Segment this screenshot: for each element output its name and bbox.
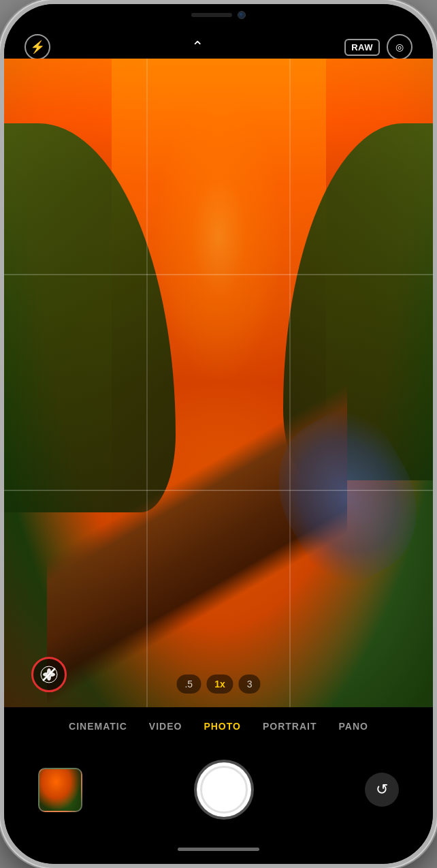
mode-cinematic[interactable]: CINEMATIC xyxy=(58,715,138,737)
photo-thumbnail[interactable] xyxy=(38,768,82,812)
notch xyxy=(164,4,273,26)
lens-05-button[interactable]: .5 xyxy=(176,675,201,694)
front-camera xyxy=(238,11,246,19)
mode-video[interactable]: VIDEO xyxy=(138,715,193,737)
lens-3-button[interactable]: 3 xyxy=(239,675,261,694)
macro-warning-button[interactable] xyxy=(31,657,67,692)
lens-selector: .5 1x 3 xyxy=(176,675,260,694)
phone-frame: ⚡ ⌃ RAW ◎ xyxy=(0,0,437,868)
mode-bar: CINEMATIC VIDEO PHOTO PORTRAIT PANO xyxy=(4,707,433,745)
chevron-button[interactable]: ⌃ xyxy=(191,38,204,56)
camera-viewfinder[interactable]: .5 1x 3 xyxy=(4,59,433,707)
home-indicator xyxy=(4,834,433,864)
flash-button[interactable]: ⚡ xyxy=(25,34,50,60)
home-bar[interactable] xyxy=(178,848,259,851)
top-bar: ⚡ ⌃ RAW ◎ xyxy=(4,4,433,59)
capture-bar: ↺ xyxy=(4,745,433,834)
flip-camera-button[interactable]: ↺ xyxy=(365,773,399,807)
mode-photo[interactable]: PHOTO xyxy=(193,715,252,737)
flip-icon: ↺ xyxy=(376,781,388,799)
lens-1x-button[interactable]: 1x xyxy=(206,675,233,694)
macro-icon xyxy=(40,666,58,683)
shutter-button[interactable] xyxy=(197,762,251,817)
chevron-up-icon: ⌃ xyxy=(191,38,204,56)
raw-button[interactable]: RAW xyxy=(344,39,380,56)
mode-pano[interactable]: PANO xyxy=(327,715,378,737)
speaker xyxy=(191,13,232,17)
flash-icon: ⚡ xyxy=(30,40,45,55)
mode-portrait[interactable]: PORTRAIT xyxy=(252,715,328,737)
live-icon: ◎ xyxy=(395,42,404,52)
live-button[interactable]: ◎ xyxy=(387,34,412,60)
shutter-inner xyxy=(200,766,248,813)
camera-preview xyxy=(4,59,433,707)
